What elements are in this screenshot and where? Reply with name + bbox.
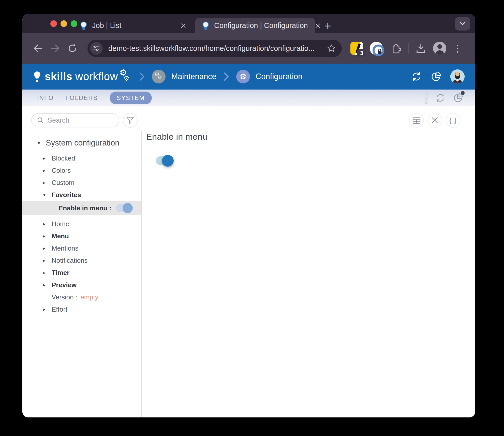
filter-button[interactable] [123,113,138,128]
caret-down-icon[interactable]: ▾ [43,192,49,198]
tree-item-home[interactable]: ▸Home [22,218,142,230]
tree-item-blocked[interactable]: ▸Blocked [22,152,142,164]
back-icon[interactable] [32,42,44,54]
refresh-icon[interactable] [435,93,445,103]
breadcrumb-maintenance[interactable]: ⚙⚙ Maintenance [152,70,216,83]
tree-root-system-configuration[interactable]: ▾ System configuration [22,135,142,151]
caret-right-icon[interactable]: ▸ [43,270,49,275]
caret-right-icon[interactable]: ▸ [43,258,49,263]
tree-item-mentions[interactable]: ▸Mentions [22,242,142,254]
browser-tab-configuration[interactable]: Configuration | Configuration [195,18,315,33]
tree-item-value: empty [80,293,98,301]
minimize-window-button[interactable] [61,20,67,27]
caret-right-icon[interactable]: ▸ [43,307,49,312]
app-header: skills workflow ⚙ ⚙ ⚙⚙ Maintenance [22,64,475,90]
configuration-detail-panel: { } Enable in menu [142,106,475,417]
app-tab-bar: INFO FOLDERS SYSTEM [22,90,475,106]
tab-title: Configuration | Configuration [214,21,308,30]
address-bar[interactable]: demo-test.skillsworkflow.com/home/config… [87,40,342,57]
tree-item-label: Version : [52,293,77,301]
caret-right-icon[interactable]: ▸ [43,282,49,288]
lightbulb-logo-icon [33,70,41,83]
tree-item-colors[interactable]: ▸Colors [22,164,142,177]
json-view-button[interactable]: { } [446,113,461,128]
forward-icon[interactable] [49,42,61,54]
url-text: demo-test.skillsworkflow.com/home/config… [108,44,323,53]
caret-right-icon[interactable]: ▸ [43,234,49,239]
tree-item-label: Menu [52,232,69,240]
app-tab-bar-actions [425,93,464,104]
tree-item-effort[interactable]: ▸Effort [22,303,142,315]
table-view-button[interactable] [409,113,424,128]
breadcrumb-label: Configuration [256,72,302,81]
caret-right-icon[interactable]: ▸ [43,180,49,185]
tab-info[interactable]: INFO [37,94,54,101]
tab-close-icon[interactable] [179,21,188,30]
gears-icon: ⚙⚙ [152,70,166,83]
close-window-button[interactable] [50,20,57,27]
extensions-puzzle-icon[interactable] [390,42,401,54]
browser-toolbar: demo-test.skillsworkflow.com/home/config… [22,33,475,64]
enable-in-menu-toggle[interactable] [156,156,173,165]
tree-item-enable-in-menu[interactable]: Enable in menu : [22,201,142,215]
notification-dot [461,91,465,95]
caret-right-icon[interactable]: ▸ [43,168,49,173]
user-avatar[interactable] [450,69,465,84]
tree-item-custom[interactable]: ▸Custom [22,177,142,189]
tree-item-label: Home [52,220,69,228]
tab-folders[interactable]: FOLDERS [65,94,98,101]
breadcrumb-chevron-icon [139,71,145,82]
onepassword-extension-icon[interactable] [370,42,383,55]
browser-tab-job-list[interactable]: Job | List [73,18,195,33]
page-content: ▾ System configuration ▸Blocked▸Colors▸C… [22,106,475,417]
pie-chart-icon[interactable] [453,93,464,103]
search-input[interactable] [48,117,109,124]
toggle-knob [162,155,174,167]
tab-title: Job | List [92,21,122,30]
desktop-background: Job | List Configuration | Configuration… [0,0,504,436]
tab-close-icon[interactable] [315,21,321,30]
close-button[interactable] [427,113,442,128]
configuration-sidebar: ▾ System configuration ▸Blocked▸Colors▸C… [22,106,142,417]
breadcrumb-label: Maintenance [171,72,216,81]
refresh-icon[interactable] [411,71,422,82]
tree-item-menu[interactable]: ▸Menu [22,230,142,242]
brand-skills: skills [45,70,72,83]
breadcrumb-configuration[interactable]: ⚙ Configuration [236,70,302,83]
tab-search-chevron-button[interactable] [455,17,470,31]
app-logo[interactable]: skills workflow ⚙ ⚙ [33,69,132,84]
new-tab-button[interactable]: + [321,19,334,33]
caret-right-icon[interactable]: ▸ [43,246,49,251]
tree-item-version[interactable]: Version :empty [22,291,142,303]
tree-item-favorites[interactable]: ▾Favorites [22,189,142,201]
tree-item-timer[interactable]: ▸Timer [22,267,142,279]
bookmark-star-icon[interactable] [327,44,336,53]
brand-gears-icon: ⚙ ⚙ [119,69,132,84]
caret-down-icon[interactable]: ▾ [38,140,43,146]
extension-icon[interactable]: 3 [350,42,363,55]
tree-root-label: System configuration [46,138,119,148]
caret-right-icon[interactable]: ▸ [43,221,49,227]
site-settings-icon[interactable] [90,42,103,55]
tree-item-preview[interactable]: ▸Preview [22,279,142,291]
browser-menu-kebab-icon[interactable]: ⋮ [453,43,463,53]
tab-system[interactable]: SYSTEM [110,92,152,104]
brand-workflow: workflow [75,70,118,83]
search-icon [37,117,44,124]
caret-right-icon[interactable]: ▸ [43,156,49,161]
more-options-kebab-icon[interactable] [425,93,427,104]
tree-item-label: Favorites [52,191,81,199]
tree-item-label: Mentions [52,244,79,252]
lightbulb-favicon [80,21,87,30]
breadcrumb-chevron-icon [223,71,230,82]
tree-item-notifications[interactable]: ▸Notifications [22,254,142,267]
pie-chart-icon[interactable] [431,71,442,82]
downloads-icon[interactable] [415,43,426,54]
configuration-tree: ▾ System configuration ▸Blocked▸Colors▸C… [22,135,142,315]
search-input-wrapper [31,113,119,127]
enable-in-menu-mini-toggle[interactable] [116,204,132,212]
browser-window: Job | List Configuration | Configuration… [22,14,475,417]
browser-profile-avatar[interactable] [433,42,446,55]
reload-icon[interactable] [67,42,78,54]
tree-item-label: Blocked [52,154,75,162]
